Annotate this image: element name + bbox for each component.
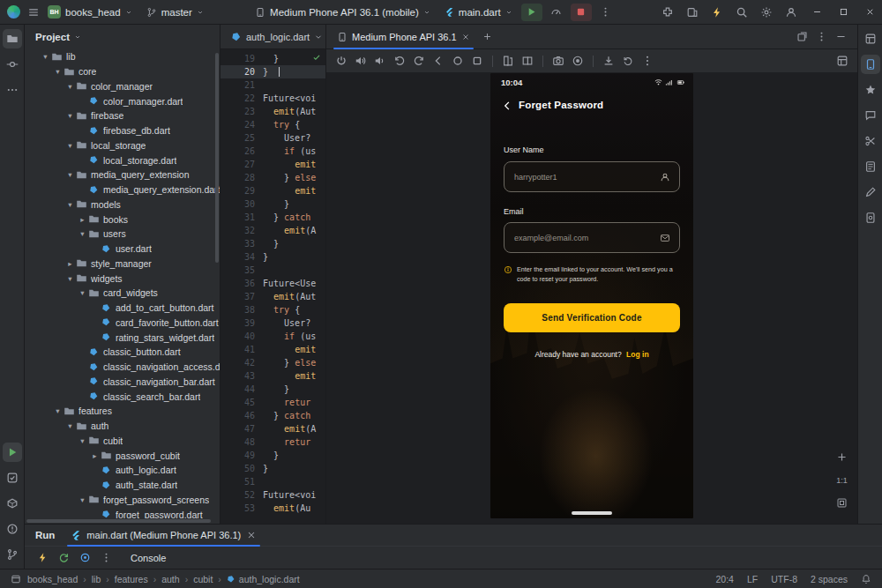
email-input[interactable] [505,223,679,252]
chevron-down-icon[interactable]: ▾ [65,82,75,91]
line-number[interactable]: 40 [220,330,263,343]
send-verification-button[interactable]: Send Verification Code [504,303,680,332]
code-line-25[interactable]: 25 User? [220,131,325,145]
plugins-button[interactable] [657,4,678,21]
line-number[interactable]: 36 [220,277,263,290]
zoom-in-button[interactable] [835,450,848,464]
tree-item-classic_button.dart[interactable]: classic_button.dart [25,345,220,360]
hide-panel-icon[interactable] [835,31,847,42]
username-field[interactable] [504,161,680,192]
hot-restart-icon[interactable] [58,552,70,563]
chevron-down-icon[interactable]: ▾ [65,170,75,179]
file-encoding[interactable]: UTF-8 [771,574,797,584]
code-line-37[interactable]: 37 emit(Aut [220,290,325,303]
code-line-49[interactable]: 49 } [220,449,325,462]
code-line-26[interactable]: 26 if (us [220,145,325,158]
tree-item-user.dart[interactable]: user.dart [25,242,220,257]
code-line-44[interactable]: 44 } [220,383,325,396]
tool-app-quality-insights-button[interactable] [861,131,880,151]
tree-item-features[interactable]: ▾features [25,404,220,419]
line-number[interactable]: 46 [220,409,263,422]
code-line-43[interactable]: 43 emit [220,369,325,383]
zoom-actual-button[interactable]: 1:1 [835,473,848,487]
line-number[interactable]: 42 [220,356,263,369]
line-number[interactable]: 27 [220,158,263,171]
tree-item-cubit[interactable]: ▾cubit [25,434,220,449]
more-vertical-icon[interactable] [816,31,827,42]
tree-item-firebase[interactable]: ▾firebase [25,108,220,123]
overview-icon[interactable] [471,55,483,67]
line-number[interactable]: 45 [220,396,263,409]
tree-item-card_favorite_button.dart[interactable]: card_favorite_button.dart [25,316,220,331]
line-number[interactable]: 30 [220,197,263,211]
code-line-45[interactable]: 45 retur [220,396,325,409]
home-indicator[interactable] [572,511,612,515]
code-line-20[interactable]: 20} [220,65,325,78]
tree-item-password_cubit[interactable]: ▸password_cubit [25,448,220,463]
chevron-down-icon[interactable]: ▾ [41,52,50,61]
tool-more-tools-button[interactable] [3,80,22,100]
line-number[interactable]: 38 [220,303,263,316]
chevron-down-icon[interactable]: ▾ [65,421,75,430]
branch-selector[interactable]: master [140,3,210,22]
back-icon[interactable] [432,55,445,67]
minimize-button[interactable] [804,2,829,23]
account-button[interactable] [781,4,802,21]
code-line-30[interactable]: 30 } [220,197,325,211]
unfold-icon[interactable] [521,55,534,67]
tool-commit-button[interactable] [3,55,22,74]
tree-item-card_widgets[interactable]: ▾card_widgets [25,286,220,301]
line-number[interactable]: 32 [220,224,263,237]
code-line-23[interactable]: 23 emit(Aut [220,105,325,118]
line-number[interactable]: 47 [220,422,263,435]
caret-position[interactable]: 20:4 [716,574,734,584]
close-tab-icon[interactable] [246,530,257,540]
code-line-52[interactable]: 52Future<voi [220,488,325,502]
line-number[interactable]: 41 [220,343,263,356]
line-number[interactable]: 29 [220,184,263,197]
line-number[interactable]: 48 [220,435,263,449]
run-config-selector[interactable]: main.dart [438,3,519,22]
breadcrumb-item[interactable]: lib [92,574,101,584]
tree-item-firebase_db.dart[interactable]: firebase_db.dart [25,123,220,138]
line-number[interactable]: 24 [220,118,263,131]
chevron-down-icon[interactable]: ▾ [65,200,75,209]
tool-chat-button[interactable] [861,106,880,125]
code-line-28[interactable]: 28 } else [220,171,325,184]
chevron-right-icon[interactable]: ▸ [78,215,87,224]
rotate-right-icon[interactable] [413,55,425,67]
line-number[interactable]: 22 [220,92,263,105]
tree-item-classic_navigation_bar.dart[interactable]: classic_navigation_bar.dart [25,375,220,390]
rotate-left-icon[interactable] [393,55,406,67]
line-number[interactable]: 44 [220,383,263,396]
code-line-50[interactable]: 50} [220,462,325,475]
more-run-actions[interactable] [595,4,617,21]
device-selector[interactable]: Medium Phone API 36.1 (mobile) [249,3,437,22]
code-line-22[interactable]: 22Future<voi [220,92,325,105]
tool-services-button[interactable] [3,468,22,488]
code-line-27[interactable]: 27 emit [220,158,325,171]
code-line-48[interactable]: 48 retur [220,435,325,449]
save-icon[interactable] [602,55,615,67]
tree-item-rating_stars_widget.dart[interactable]: rating_stars_widget.dart [25,330,220,345]
hot-reload-icon[interactable] [37,552,49,563]
code-line-21[interactable]: 21 [220,78,325,92]
chevron-down-icon[interactable]: ▾ [78,288,87,297]
email-field[interactable] [504,222,680,253]
code-line-32[interactable]: 32 emit(A [220,224,325,237]
tree-item-auth_logic.dart[interactable]: auth_logic.dart [25,463,220,478]
chevron-down-icon[interactable]: ▾ [78,229,87,238]
line-number[interactable]: 51 [220,475,263,488]
settings-button[interactable] [756,4,777,21]
console-tab[interactable]: Console [131,553,166,563]
tree-item-media_query_extension[interactable]: ▾media_query_extension [25,167,220,182]
tool-device-explorer-button[interactable] [861,157,880,176]
tree-horizontal-scrollbar[interactable] [26,519,211,523]
volume-up-icon[interactable] [355,55,367,67]
breadcrumb-item[interactable]: cubit [193,574,213,584]
tree-item-add_to_cart_button.dart[interactable]: add_to_cart_button.dart [25,301,220,316]
main-menu-icon[interactable] [27,6,40,19]
tool-build-button[interactable] [3,494,22,513]
code-line-19[interactable]: 19 } [220,52,325,65]
tree-vertical-scrollbar[interactable] [215,53,219,263]
